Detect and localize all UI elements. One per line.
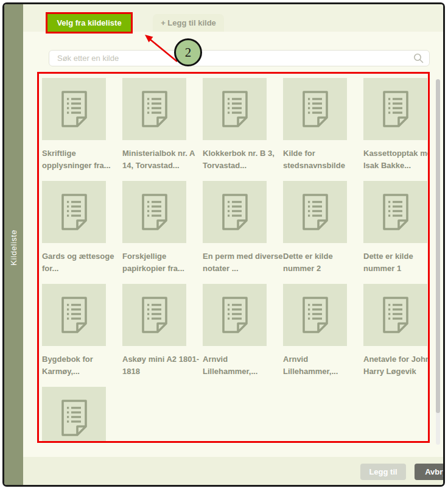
source-card-tile[interactable] [203, 284, 267, 346]
source-card[interactable]: Anetavle for John Harry Løgevik [363, 284, 427, 387]
source-card-tile[interactable] [122, 284, 186, 346]
sidebar-title: Kildeliste [9, 230, 18, 266]
source-card[interactable]: Ministerialbok nr. A 14, Torvastad... [122, 78, 186, 181]
source-card-title: Askøy mini A2 1801-1818 [122, 353, 203, 377]
source-card[interactable]: Kassettopptak med Isak Bakke... [363, 78, 427, 181]
source-card-tile[interactable] [42, 387, 106, 441]
annotation-box-source-grid: Skriftlige opplysninger fra... Ministeri… [37, 72, 430, 443]
source-card-tile[interactable] [122, 78, 186, 140]
source-card[interactable]: Dette er kilde nummer 2 [283, 181, 347, 284]
document-list-icon [58, 193, 90, 231]
search-icon [413, 53, 424, 63]
source-card-tile[interactable] [42, 78, 106, 140]
document-list-icon [299, 90, 331, 128]
source-card[interactable]: Arnvid Lillehammer,... [203, 284, 267, 387]
document-list-icon [139, 193, 170, 231]
source-card-title: Anetavle for John Harry Løgevik [363, 353, 428, 377]
source-card[interactable]: Arnvid Lillehammer,... [283, 284, 347, 387]
source-card-title: Kassettopptak med Isak Bakke... [363, 147, 428, 171]
document-list-icon [380, 296, 411, 334]
document-list-icon [139, 296, 170, 334]
source-card-title: Ministerialbok nr. A 14, Torvastad... [122, 147, 203, 171]
source-card-title: Dette er kilde nummer 2 [283, 250, 363, 274]
document-list-icon [380, 90, 411, 128]
screenshot-root: Kildeliste + Legg til kilde Velg fra kil… [0, 0, 448, 491]
source-grid: Skriftlige opplysninger fra... Ministeri… [39, 74, 428, 441]
search-input[interactable] [49, 50, 430, 66]
source-card-title: Skriftlige opplysninger fra... [42, 147, 122, 171]
document-list-icon [58, 296, 90, 334]
source-card-title: Bygdebok for Karmøy,... [42, 353, 122, 377]
kildeliste-side-strip: Kildeliste [4, 4, 23, 485]
source-card[interactable]: Bygdebok for Karmøy,... [42, 284, 106, 387]
source-card-tile[interactable] [363, 78, 427, 140]
source-card-title: En perm med diverse notater ... [203, 250, 283, 274]
document-list-icon [299, 296, 331, 334]
tab-add-source[interactable]: + Legg til kilde [153, 14, 224, 32]
source-card-title: Arnvid Lillehammer,... [283, 353, 363, 377]
document-list-icon [58, 90, 90, 128]
document-list-icon [139, 90, 170, 128]
source-card-title: Forskjellige papirkopier fra... [122, 250, 203, 274]
document-list-icon [219, 90, 251, 128]
source-card-title: Gards og ættesoge for... [42, 250, 122, 274]
source-card[interactable]: Skriftlige opplysninger fra... [42, 78, 106, 181]
document-list-icon [58, 399, 90, 437]
source-card-tile[interactable] [283, 78, 347, 140]
source-card-tile[interactable] [203, 181, 267, 243]
source-card-tile[interactable] [42, 284, 106, 346]
source-card-title: Dette er kilde nummer 1 [363, 250, 428, 274]
source-card-tile[interactable] [363, 284, 427, 346]
source-card[interactable]: Kilde for stedsnavnsbilde [283, 78, 347, 181]
source-card[interactable]: Dette er kilde nummer 1 [363, 181, 427, 284]
source-picker-dialog: Kildeliste + Legg til kilde Velg fra kil… [2, 2, 445, 487]
document-list-icon [219, 296, 251, 334]
source-card-tile[interactable] [283, 284, 347, 346]
scrollbar-track[interactable] [436, 79, 440, 445]
scrollbar-thumb[interactable] [436, 79, 440, 413]
source-card[interactable]: Klokkerbok nr. B 3, Torvastad... [203, 78, 267, 181]
document-list-icon [219, 193, 251, 231]
source-card-title: Kilde for stedsnavnsbilde [283, 147, 363, 171]
source-card-title: Arnvid Lillehammer,... [203, 353, 283, 377]
annotation-step-circle: 2 [174, 38, 202, 66]
annotation-step-number: 2 [185, 45, 192, 60]
source-card[interactable]: En perm med diverse notater ... [203, 181, 267, 284]
document-list-icon [299, 193, 331, 231]
source-card[interactable]: Gards og ættesoge for... [42, 181, 106, 284]
source-card-tile[interactable] [42, 181, 106, 243]
source-card-tile[interactable] [122, 181, 186, 243]
search-field-wrap [49, 50, 430, 66]
source-card-title: Klokkerbok nr. B 3, Torvastad... [203, 147, 283, 171]
source-card[interactable]: Forskjellige papirkopier fra... [122, 181, 186, 284]
dialog-footer: Legg til Avbryt [23, 457, 443, 485]
sidebar-label-wrap: Kildeliste [4, 205, 23, 291]
source-card-tile[interactable] [363, 181, 427, 243]
add-button[interactable]: Legg til [360, 464, 406, 480]
document-list-icon [380, 193, 411, 231]
source-card[interactable] [42, 387, 106, 441]
source-card-tile[interactable] [283, 181, 347, 243]
annotation-box-active-tab: Velg fra kildeliste [46, 12, 133, 34]
source-card[interactable]: Askøy mini A2 1801-1818 [122, 284, 186, 387]
source-card-tile[interactable] [203, 78, 267, 140]
tab-select-from-source-list[interactable]: Velg fra kildeliste [47, 14, 131, 32]
cancel-button[interactable]: Avbryt [415, 464, 445, 480]
